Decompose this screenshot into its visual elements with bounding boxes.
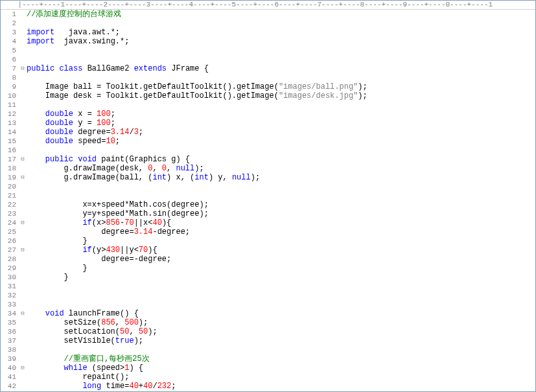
fold-marker[interactable]: ⊟: [19, 64, 27, 73]
fold-marker: [19, 28, 27, 37]
fold-marker[interactable]: ⊟: [19, 309, 27, 318]
line-number: 13: [1, 119, 16, 128]
code-line[interactable]: }: [27, 273, 535, 282]
fold-marker: [19, 128, 27, 137]
fold-marker: [19, 200, 27, 209]
code-line[interactable]: repaint();: [27, 373, 535, 382]
fold-marker: [19, 264, 27, 273]
fold-marker: [19, 37, 27, 46]
fold-marker[interactable]: ⊟: [19, 173, 27, 182]
code-line[interactable]: [27, 291, 535, 300]
fold-marker: [19, 327, 27, 336]
code-line[interactable]: [27, 55, 535, 64]
code-line[interactable]: double degree=3.14/3;: [27, 128, 535, 137]
code-line[interactable]: g.drawImage(desk, 0, 0, null);: [27, 164, 535, 173]
fold-marker[interactable]: ⊟: [19, 363, 27, 373]
line-number: 40: [1, 363, 16, 373]
fold-marker: [19, 110, 27, 119]
code-line[interactable]: [27, 19, 535, 28]
code-editor: 1234567891011121314151617181920212223242…: [1, 10, 535, 391]
line-number: 11: [1, 100, 16, 110]
code-line[interactable]: //添加速度控制的台球游戏: [27, 10, 535, 19]
line-number: 29: [1, 264, 16, 273]
code-line[interactable]: [27, 100, 535, 110]
line-number: 14: [1, 128, 16, 137]
line-number: 28: [1, 255, 16, 264]
code-line[interactable]: double y = 100;: [27, 119, 535, 128]
line-number: 23: [1, 209, 16, 218]
fold-marker[interactable]: ⊟: [19, 218, 27, 227]
code-line[interactable]: [27, 73, 535, 82]
code-line[interactable]: y=y+speed*Math.sin(degree);: [27, 209, 535, 218]
code-line[interactable]: void launchFrame() {: [27, 309, 535, 318]
line-number: 37: [1, 336, 16, 345]
line-number: 42: [1, 382, 16, 391]
code-line[interactable]: [27, 282, 535, 291]
line-number: 31: [1, 282, 16, 291]
line-number: 27: [1, 246, 16, 255]
code-line[interactable]: degree=3.14-degree;: [27, 227, 535, 236]
code-line[interactable]: Image ball = Toolkit.getDefaultToolkit()…: [27, 82, 535, 91]
code-line[interactable]: [27, 300, 535, 309]
fold-marker: [19, 336, 27, 345]
fold-marker: [19, 19, 27, 28]
fold-marker: [19, 10, 27, 19]
line-number: 9: [1, 82, 16, 91]
code-line[interactable]: [27, 191, 535, 200]
line-number: 38: [1, 345, 16, 354]
code-line[interactable]: setSize(856, 500);: [27, 318, 535, 327]
fold-marker: [19, 291, 27, 300]
code-line[interactable]: setVisible(true);: [27, 336, 535, 345]
line-number: 33: [1, 300, 16, 309]
fold-marker: [19, 100, 27, 110]
fold-marker: [19, 345, 27, 354]
line-number: 30: [1, 273, 16, 282]
fold-marker: [19, 46, 27, 55]
line-number: 10: [1, 91, 16, 100]
fold-marker: [19, 137, 27, 146]
fold-marker: [19, 119, 27, 128]
fold-marker: [19, 164, 27, 173]
code-line[interactable]: if(y>430||y<70){: [27, 246, 535, 255]
code-line[interactable]: double x = 100;: [27, 110, 535, 119]
line-number: 6: [1, 55, 16, 64]
fold-marker: [19, 209, 27, 218]
fold-marker: [19, 273, 27, 282]
fold-marker: [19, 318, 27, 327]
code-line[interactable]: [27, 182, 535, 191]
line-number-gutter: 1234567891011121314151617181920212223242…: [1, 10, 19, 391]
code-line[interactable]: import javax.swing.*;: [27, 37, 535, 46]
code-line[interactable]: double speed=10;: [27, 137, 535, 146]
fold-marker[interactable]: ⊟: [19, 246, 27, 255]
fold-marker: [19, 354, 27, 363]
code-line[interactable]: [27, 345, 535, 354]
code-line[interactable]: import java.awt.*;: [27, 28, 535, 37]
code-line[interactable]: [27, 46, 535, 55]
code-line[interactable]: x=x+speed*Math.cos(degree);: [27, 200, 535, 209]
code-line[interactable]: Image desk = Toolkit.getDefaultToolkit()…: [27, 91, 535, 100]
code-line[interactable]: if(x>856-70||x<40){: [27, 218, 535, 227]
fold-marker[interactable]: ⊟: [19, 155, 27, 164]
line-number: 17: [1, 155, 16, 164]
code-line[interactable]: public class BallGame2 extends JFrame {: [27, 64, 535, 73]
code-line[interactable]: public void paint(Graphics g) {: [27, 155, 535, 164]
code-line[interactable]: while (speed>1) {: [27, 363, 535, 373]
fold-marker: [19, 382, 27, 391]
fold-marker: [19, 236, 27, 246]
code-line[interactable]: }: [27, 264, 535, 273]
line-number: 7: [1, 64, 16, 73]
line-number: 26: [1, 236, 16, 246]
code-line[interactable]: long time=40+40/232;: [27, 382, 535, 391]
code-line[interactable]: }: [27, 236, 535, 246]
code-line[interactable]: setLocation(50, 50);: [27, 327, 535, 336]
line-number: 4: [1, 37, 16, 46]
code-line[interactable]: //重画窗口,每秒画25次: [27, 354, 535, 363]
fold-gutter[interactable]: ⊟⊟⊟⊟⊟⊟⊟: [19, 10, 27, 391]
code-line[interactable]: [27, 146, 535, 155]
line-number: 5: [1, 46, 16, 55]
code-area[interactable]: //添加速度控制的台球游戏import java.awt.*;import ja…: [27, 10, 535, 391]
code-line[interactable]: degree=-degree;: [27, 255, 535, 264]
code-line[interactable]: g.drawImage(ball, (int) x, (int) y, null…: [27, 173, 535, 182]
line-number: 2: [1, 19, 16, 28]
line-number: 20: [1, 182, 16, 191]
